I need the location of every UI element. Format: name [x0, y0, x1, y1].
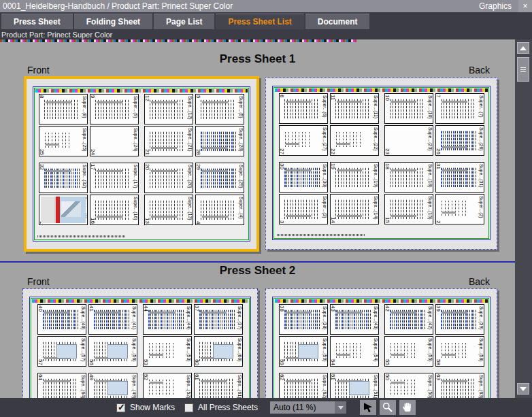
page-thumb-57[interactable]: 57Supe...(57) — [37, 336, 86, 367]
show-marks-group[interactable]: Show Marks — [116, 403, 175, 412]
page-number: 56 — [89, 359, 94, 365]
plate-edge: 8Super...(8)9Super...(9)12Supe...(12)5Su… — [33, 86, 250, 241]
page-thumb-59[interactable]: 59Supe...(59) — [279, 336, 328, 367]
page-thumb-16[interactable]: 16Supe...(16) — [90, 195, 139, 225]
page-number: 41 — [89, 305, 94, 312]
page-thumb-37[interactable]: 37Supe...(37) — [194, 304, 243, 335]
page-label: Supe...(50) — [428, 375, 433, 398]
page-thumb-29[interactable]: 29Supe...(29) — [195, 163, 244, 193]
tab-press-sheet[interactable]: Press Sheet — [1, 14, 73, 29]
page-content — [95, 131, 131, 151]
page-thumb-10[interactable]: 10Supe...(10) — [384, 93, 433, 124]
page-thumb-30[interactable]: 30Supe...(30) — [279, 162, 328, 193]
page-thumb-23[interactable]: 23Supe...(23) — [384, 125, 433, 156]
close-button[interactable]: × — [518, 0, 532, 12]
page-thumb-61[interactable]: 61Supe...(61) — [194, 373, 243, 398]
page-thumb-40[interactable]: 40Supe...(40) — [37, 304, 86, 335]
page-thumb-42[interactable]: 42Supe...(42) — [384, 304, 433, 335]
page-thumb-49[interactable]: 49Supe...(49) — [88, 373, 137, 398]
page-thumb-19[interactable]: 19Supe...(19) — [330, 162, 379, 193]
window-title: 0001_Heidelberg-Handbuch / Product Part:… — [3, 1, 233, 11]
page-content — [94, 378, 129, 398]
page-thumb-25[interactable]: 25Supe...(25) — [39, 126, 88, 156]
dropdown-button[interactable] — [335, 401, 346, 414]
page-thumb-15[interactable]: 15Supe...(15) — [384, 194, 433, 224]
page-thumb-18[interactable]: 18Supe...(18) — [384, 162, 433, 193]
vertical-scrollbar[interactable] — [515, 39, 532, 398]
page-thumb-3[interactable]: 3Super...(3) — [279, 194, 328, 224]
pointer-tool-button[interactable] — [360, 400, 376, 415]
page-thumb-41[interactable]: 41Supe...(41) — [88, 304, 137, 335]
page-thumb-5[interactable]: 5Super...(5) — [195, 94, 244, 124]
all-press-sheets-group[interactable]: All Press Sheets — [184, 403, 258, 412]
page-thumb-20[interactable]: 20Supe...(20) — [144, 163, 193, 193]
page-number: 4 — [196, 221, 201, 224]
pan-tool-button[interactable] — [399, 400, 416, 415]
page-thumb-13[interactable]: 13Supe...(13) — [144, 195, 193, 225]
page-thumb-1[interactable]: 1Super...(1) — [39, 195, 88, 225]
page-thumb-27[interactable]: 27Supe...(27) — [279, 125, 328, 156]
page-thumb-6[interactable]: 6Super...(6) — [279, 93, 328, 124]
page-thumb-55[interactable]: 55Supe...(55) — [384, 336, 433, 367]
page-label: Supe...(54) — [373, 338, 378, 362]
page-thumb-21[interactable]: 21Supe...(21) — [144, 126, 193, 156]
page-thumb-24[interactable]: 24Supe...(24) — [90, 126, 139, 156]
tab-folding-sheet[interactable]: Folding Sheet — [74, 14, 152, 29]
show-marks-checkbox[interactable] — [116, 403, 125, 412]
page-thumb-26[interactable]: 26Supe...(26) — [435, 125, 484, 156]
zoom-tool-button[interactable] — [380, 400, 396, 415]
press-sheet-1-back[interactable]: 6Super...(6)11Supe...(11)10Supe...(10)7S… — [265, 78, 497, 250]
zoom-level-select[interactable]: Auto (11 %) — [270, 401, 346, 414]
scroll-down-button[interactable] — [517, 383, 529, 395]
page-thumb-39[interactable]: 39Supe...(39) — [435, 304, 484, 335]
page-number: 17 — [90, 164, 95, 170]
page-number: 60 — [195, 359, 199, 365]
page-label: Supe...(26) — [479, 127, 484, 151]
page-label: Supe...(63) — [479, 375, 484, 398]
page-thumb-53[interactable]: 53Supe...(53) — [143, 336, 192, 367]
page-thumb-8[interactable]: 8Super...(8) — [39, 94, 88, 124]
scrollbar-thumb[interactable] — [517, 57, 529, 82]
page-thumb-11[interactable]: 11Supe...(11) — [330, 93, 379, 124]
page-thumb-43[interactable]: 43Supe...(43) — [330, 304, 379, 335]
page-thumb-4[interactable]: 4Super...(4) — [195, 195, 244, 225]
page-content — [441, 167, 476, 187]
page-thumb-52[interactable]: 52Supe...(52) — [143, 373, 192, 398]
tab-page-list[interactable]: Page List — [154, 14, 214, 29]
page-thumb-50[interactable]: 50Supe...(50) — [384, 373, 433, 398]
press-sheet-2-back[interactable]: 38Supe...(38)43Supe...(43)42Supe...(42)3… — [265, 288, 497, 398]
page-thumb-17[interactable]: 17Supe...(17) — [90, 163, 139, 193]
all-press-sheets-checkbox[interactable] — [184, 403, 193, 412]
page-label: Supe...(19) — [373, 164, 378, 188]
scroll-up-button[interactable] — [517, 42, 529, 54]
press-sheet-list-view[interactable]: Press Sheet 1 Front Back 8Super...(8)9Su… — [0, 39, 532, 398]
page-thumb-32[interactable]: 32Supe...(32) — [39, 163, 88, 193]
page-content — [44, 168, 80, 188]
product-part-bar: Product Part: Prinect Super Color — [0, 29, 532, 39]
page-thumb-38[interactable]: 38Supe...(38) — [279, 304, 328, 335]
page-thumb-22[interactable]: 22Supe...(22) — [330, 125, 379, 156]
page-label: Supe...(57) — [81, 338, 86, 362]
page-thumb-2[interactable]: 2Super...(2) — [435, 194, 484, 224]
press-sheet-2-front[interactable]: 40Supe...(40)41Supe...(41)44Supe...(44)3… — [22, 288, 258, 398]
page-thumb-64[interactable]: 64Supe...(64) — [37, 373, 86, 398]
page-thumb-63[interactable]: 63Supe...(63) — [435, 373, 484, 398]
page-thumb-12[interactable]: 12Supe...(12) — [144, 94, 193, 124]
page-thumb-14[interactable]: 14Supe...(14) — [330, 194, 379, 224]
page-thumb-7[interactable]: 7Super...(7) — [435, 93, 484, 124]
press-sheet-1-front[interactable]: 8Super...(8)9Super...(9)12Supe...(12)5Su… — [24, 76, 259, 252]
page-label: Supe...(10) — [428, 95, 433, 119]
page-thumb-56[interactable]: 56Supe...(56) — [88, 336, 137, 367]
tab-document[interactable]: Document — [305, 14, 370, 29]
page-thumb-60[interactable]: 60Supe...(60) — [194, 336, 243, 367]
page-thumb-9[interactable]: 9Super...(9) — [90, 94, 139, 124]
tab-press-sheet-list[interactable]: Press Sheet List — [216, 14, 303, 29]
page-thumb-54[interactable]: 54Supe...(54) — [330, 336, 379, 367]
page-thumb-28[interactable]: 28Supe...(28) — [195, 126, 244, 156]
page-thumb-58[interactable]: 58Supe...(58) — [435, 336, 484, 367]
page-thumb-44[interactable]: 44Supe...(44) — [143, 304, 192, 335]
page-thumb-51[interactable]: 51Supe...(51) — [330, 373, 379, 398]
page-thumb-31[interactable]: 31Supe...(31) — [435, 162, 484, 193]
page-thumb-62[interactable]: 62Supe...(62) — [279, 373, 328, 398]
page-label: Supe...(14) — [373, 196, 378, 220]
